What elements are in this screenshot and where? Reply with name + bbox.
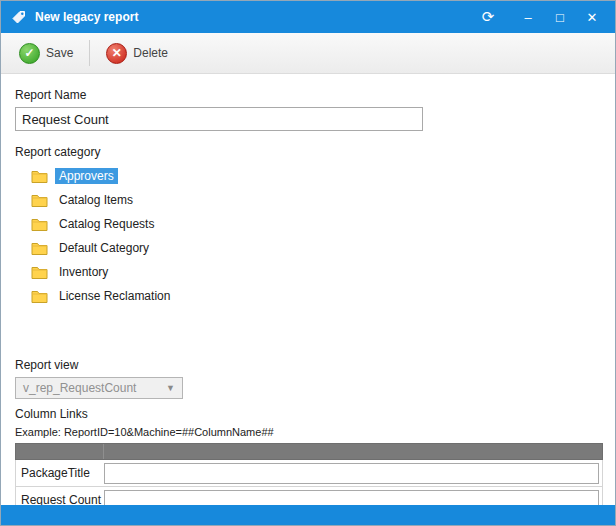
save-check-icon: ✓: [19, 43, 40, 64]
maximize-button[interactable]: □: [547, 6, 573, 28]
folder-icon: [31, 217, 48, 231]
table-row: PackageTitle: [15, 460, 603, 487]
request-count-input[interactable]: [104, 490, 599, 506]
report-name-input[interactable]: [15, 107, 423, 131]
tree-item-catalog-requests[interactable]: Catalog Requests: [31, 212, 601, 236]
report-category-label: Report category: [15, 145, 601, 159]
tree-item-label: License Reclamation: [55, 288, 174, 304]
folder-icon: [31, 193, 48, 207]
tree-item-license-reclamation[interactable]: License Reclamation: [31, 284, 601, 308]
table-row: Request Count: [15, 487, 603, 505]
folder-icon: [31, 289, 48, 303]
dialog-window: New legacy report ⟳ – □ ✕ ✓ Save ✕ Delet…: [0, 0, 616, 526]
toolbar: ✓ Save ✕ Delete: [1, 33, 615, 74]
tree-item-catalog-items[interactable]: Catalog Items: [31, 188, 601, 212]
column-links-example: Example: ReportID=10&Machine=##ColumnNam…: [15, 426, 601, 438]
refresh-icon[interactable]: ⟳: [475, 6, 501, 28]
report-view-label: Report view: [15, 358, 601, 372]
save-button[interactable]: ✓ Save: [11, 39, 81, 68]
dialog-content: Report Name Report category Approvers Ca…: [1, 74, 615, 505]
minimize-button[interactable]: –: [515, 6, 541, 28]
packagetitle-label: PackageTitle: [16, 466, 104, 480]
packagetitle-input[interactable]: [104, 463, 599, 484]
table-header-cell: [104, 444, 602, 459]
tree-item-label: Approvers: [55, 168, 118, 184]
tree-item-approvers[interactable]: Approvers: [31, 164, 601, 188]
window-title: New legacy report: [35, 10, 138, 24]
close-button[interactable]: ✕: [579, 6, 605, 28]
tree-item-label: Catalog Items: [55, 192, 137, 208]
window-footer: [1, 505, 615, 525]
tree-item-label: Catalog Requests: [55, 216, 158, 232]
spacer: [15, 308, 601, 354]
save-button-label: Save: [46, 46, 73, 60]
folder-icon: [31, 169, 48, 183]
tree-item-label: Inventory: [55, 264, 112, 280]
toolbar-divider: [89, 40, 90, 66]
report-name-label: Report Name: [15, 88, 601, 102]
folder-icon: [31, 241, 48, 255]
table-header-cell: [16, 444, 104, 459]
titlebar: New legacy report ⟳ – □ ✕: [1, 1, 615, 33]
column-links-label: Column Links: [15, 407, 601, 421]
report-view-value: v_rep_RequestCount: [23, 381, 136, 395]
delete-cross-icon: ✕: [106, 43, 127, 64]
delete-button[interactable]: ✕ Delete: [98, 39, 176, 68]
tree-item-default-category[interactable]: Default Category: [31, 236, 601, 260]
column-links-table: PackageTitle Request Count: [15, 443, 603, 505]
chevron-down-icon: ▼: [166, 383, 175, 393]
delete-button-label: Delete: [133, 46, 168, 60]
category-tree: Approvers Catalog Items Catalog Requests…: [31, 164, 601, 308]
tree-item-inventory[interactable]: Inventory: [31, 260, 601, 284]
table-header: [15, 443, 603, 460]
report-tag-icon: [11, 9, 27, 25]
request-count-label: Request Count: [16, 493, 104, 505]
report-view-select[interactable]: v_rep_RequestCount ▼: [15, 377, 183, 399]
tree-item-label: Default Category: [55, 240, 153, 256]
folder-icon: [31, 265, 48, 279]
